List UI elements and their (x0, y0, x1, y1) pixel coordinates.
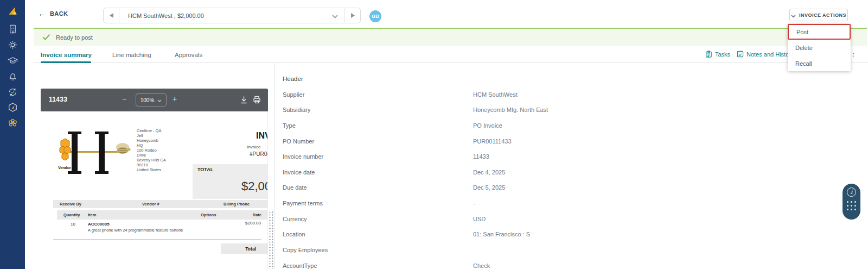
status-banner-text: Ready to post (56, 34, 93, 41)
detail-row-subsidiary: SubsidiaryHoneycomb Mfg. North East (275, 107, 868, 114)
menu-item-post[interactable]: Post (788, 24, 851, 40)
line-item-description: A great phone with 24 programmable featu… (88, 228, 183, 233)
zoom-level-dropdown[interactable]: 100% (136, 93, 167, 107)
notifications-bell-icon[interactable] (8, 71, 18, 82)
invoice-actions-menu: Post Delete Recall (788, 24, 851, 71)
print-icon[interactable] (252, 95, 261, 104)
chevron-down-icon (157, 97, 162, 103)
document-selector-dropdown[interactable]: HCM SouthWest , $2,000.00 (119, 8, 344, 23)
detail-row-payment-terms: Payment terms- (275, 200, 868, 208)
invoice-doc-title: INVOICE (256, 131, 268, 142)
app-logo-icon[interactable] (8, 5, 18, 16)
line-quantity: 10 (57, 222, 75, 227)
chevron-down-icon (791, 10, 796, 20)
next-document-button[interactable] (344, 8, 360, 23)
invoice-total-box: TOTAL $2,000.00 (193, 164, 268, 199)
navigator-hexagon-icon[interactable] (8, 102, 18, 112)
document-selector: HCM SouthWest , $2,000.00 (103, 8, 361, 23)
user-avatar[interactable]: GB (369, 10, 381, 22)
company-icon[interactable] (8, 24, 18, 34)
tasks-link[interactable]: Tasks (705, 51, 730, 58)
honeycomb-icon (59, 137, 72, 162)
chevron-down-icon (332, 11, 338, 21)
invoice-actions-label: INVOICE ACTIONS (799, 12, 846, 18)
invoice-doc-subtitle: Invoice (247, 145, 268, 149)
vendor-address-block: Centime - QA Jeff Honeycomb HQ 100 Rodeo… (137, 128, 166, 172)
invoice-line-header-row: Quantity Item Options Rate (57, 210, 268, 220)
detail-row-type: TypePO Invoice (275, 122, 868, 130)
notes-history-link-label: Notes and History (746, 51, 794, 58)
info-icon[interactable]: i (847, 187, 856, 197)
vendor-label: Vendor (58, 166, 71, 170)
invoice-details-panel: Header SupplierHCM SouthWest SubsidiaryH… (275, 63, 868, 269)
total-label: TOTAL (197, 167, 213, 172)
clipboard-icon (705, 51, 712, 58)
tab-approvals[interactable]: Approvals (175, 52, 202, 58)
detail-row-po-number: PO NumberPUR00111433 (275, 138, 868, 146)
pdf-toolbar: 11433 − 100% + (41, 89, 268, 111)
invoice-doc-po-ref: #PUR00111433 (250, 151, 268, 157)
learning-graduation-cap-icon[interactable] (8, 55, 18, 66)
detail-row-copy-employees: Copy Employees (275, 247, 868, 254)
check-icon (42, 33, 50, 42)
settings-gear-icon[interactable] (8, 40, 18, 50)
invoice-actions-button[interactable]: INVOICE ACTIONS (789, 9, 848, 21)
line-item-code: ACC00005 (88, 222, 110, 227)
help-widget[interactable]: i (843, 184, 860, 220)
line-divider (53, 239, 261, 240)
zoom-level-value: 100% (141, 97, 155, 103)
detail-row-account-type: AccountTypeCheck (275, 262, 868, 269)
download-icon[interactable] (239, 95, 248, 104)
rewards-flower-icon[interactable] (8, 118, 18, 128)
zoom-out-button[interactable]: − (122, 95, 126, 103)
truncated-link-fragment: : (852, 51, 854, 58)
back-button[interactable]: ← BACK (38, 9, 68, 17)
back-arrow-icon: ← (38, 9, 46, 17)
total-value: $2,000.00 (241, 179, 268, 193)
tab-line-matching[interactable]: Line matching (112, 52, 151, 58)
zoom-in-button[interactable]: + (173, 95, 177, 103)
invoice-detail-page: ← BACK HCM SouthWest , $2,000.00 GB INVO… (0, 0, 868, 269)
menu-item-delete[interactable]: Delete (788, 40, 851, 55)
pdf-viewer-panel: 11433 − 100% + (41, 89, 268, 269)
document-selector-value: HCM SouthWest , $2,000.00 (128, 12, 332, 19)
detail-row-due-date: Due dateDec 5, 2025 (275, 184, 868, 192)
tab-invoice-summary[interactable]: Invoice summary (41, 52, 92, 58)
detail-row-invoice-number: Invoice number11433 (275, 153, 868, 161)
detail-row-supplier: SupplierHCM SouthWest (275, 91, 868, 99)
logo-letter-pillar (99, 132, 105, 174)
active-tab-underline (41, 61, 91, 63)
invoice-footer-total: Total (221, 243, 268, 254)
menu-item-recall[interactable]: Recall (788, 55, 851, 71)
details-section-title: Header (283, 76, 303, 82)
detail-row-currency: CurrencyUSD (275, 216, 868, 223)
tasks-link-label: Tasks (715, 51, 730, 58)
sync-status-icon[interactable] (8, 87, 18, 97)
bee-icon (113, 141, 132, 158)
logo-letter-pillar (72, 132, 78, 174)
detail-row-invoice-date: Invoice dateDec 4, 2025 (275, 169, 868, 177)
prev-document-button[interactable] (104, 8, 119, 23)
invoice-preview-page: Vendor Centime - QA Jeff Honeycomb HQ 10… (41, 111, 268, 269)
panel-resizer-handle[interactable] (268, 63, 274, 269)
notes-history-link[interactable]: Notes and History (737, 51, 794, 58)
invoice-info-header-row: Receive By Vendor # Billing Phone (53, 200, 268, 208)
app-sidebar (0, 0, 25, 269)
back-label: BACK (50, 10, 68, 17)
note-icon (737, 51, 744, 58)
grid-dots-icon[interactable] (847, 201, 857, 211)
detail-row-location: Location01: San Francisco : S (275, 231, 868, 239)
line-rate: $200.00 (245, 221, 261, 226)
status-banner: Ready to post (34, 28, 867, 46)
pdf-document-title: 11433 (49, 96, 67, 103)
